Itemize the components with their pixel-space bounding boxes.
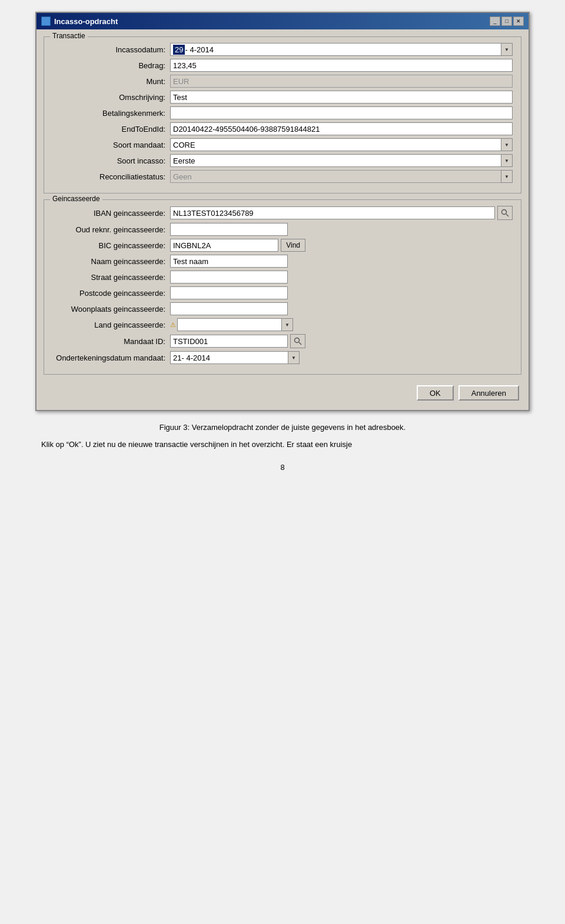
naam-row: Naam geincasseerde: [52,255,513,268]
mandaat-search-button[interactable] [290,334,305,348]
land-input[interactable] [177,318,281,331]
reconciliatiestatus-label: Reconciliatiestatus: [52,172,170,181]
incassodatum-dropdown-btn[interactable]: ▼ [501,43,513,56]
bedrag-input[interactable] [170,59,513,72]
iban-label: IBAN geincasseerde: [52,209,170,218]
geincasseerde-section: Geincasseerde IBAN geincasseerde: Oud re [44,199,521,375]
chevron-down-icon: ▼ [504,142,509,148]
action-buttons: OK Annuleren [44,381,521,403]
ondertekeningsdatum-field: 21- 4-2014 ▼ [170,351,300,364]
munt-label: Munt: [52,77,170,86]
omschrijving-input[interactable] [170,91,513,104]
window-body: Transactie Incassodatum: 29- 4-2014 ▼ Be… [36,29,529,410]
postcode-row: Postcode geincasseerde: [52,286,513,299]
incassodatum-rest: - 4-2014 [185,45,213,54]
svg-line-1 [506,214,508,216]
ondertekeningsdatum-day: 21 [173,353,181,362]
chevron-down-icon: ▼ [291,355,296,361]
soort-mandaat-field: ▼ [170,138,513,151]
svg-line-3 [299,342,301,345]
vind-button[interactable]: Vind [281,239,305,252]
ondertekeningsdatum-input[interactable]: 21- 4-2014 [170,351,288,364]
betalingskenmerk-row: Betalingskenmerk: [52,106,513,119]
endtoendid-label: EndToEndId: [52,125,170,134]
soort-incasso-field: ▼ [170,154,513,167]
bic-input[interactable] [170,239,278,252]
maximize-button[interactable]: □ [501,16,512,26]
omschrijving-row: Omschrijving: [52,91,513,104]
incassodatum-day: 29 [173,45,185,55]
betalingskenmerk-input[interactable] [170,106,513,119]
chevron-down-icon: ▼ [285,322,290,328]
incassodatum-input[interactable]: 29- 4-2014 [170,43,501,56]
ok-button[interactable]: OK [417,385,454,401]
reconciliatiestatus-row: Reconciliatiestatus: ▼ [52,170,513,183]
minimize-button[interactable]: _ [490,16,500,26]
oud-reknr-input[interactable] [170,223,288,236]
soort-incasso-input[interactable] [170,154,501,167]
mandaat-id-input[interactable] [170,335,288,348]
figure-caption: Figuur 3: Verzamelopdracht zonder de jui… [41,423,524,432]
woonplaats-input[interactable] [170,302,288,315]
ondertekeningsdatum-row: Ondertekeningsdatum mandaat: 21- 4-2014 … [52,351,513,364]
soort-mandaat-dropdown-btn[interactable]: ▼ [501,138,513,151]
woonplaats-label: Woonplaats geincasseerde: [52,305,170,313]
soort-incasso-dropdown-btn[interactable]: ▼ [501,154,513,167]
main-window: Incasso-opdracht _ □ ✕ Transactie Incass… [35,12,530,411]
mandaat-id-row: Mandaat ID: [52,334,513,348]
mandaat-id-field [170,334,305,348]
reconciliatiestatus-input [170,170,501,183]
caption-area: Figuur 3: Verzamelopdracht zonder de jui… [35,423,530,451]
chevron-down-icon: ▼ [504,47,509,52]
incassodatum-label: Incassodatum: [52,45,170,54]
search-icon [294,337,302,345]
reconciliatiestatus-field: ▼ [170,170,513,183]
land-dropdown-btn[interactable]: ▼ [281,318,293,331]
mandaat-id-label: Mandaat ID: [52,337,170,346]
endtoendid-input[interactable] [170,122,513,135]
munt-row: Munt: [52,75,513,88]
soort-mandaat-row: Soort mandaat: ▼ [52,138,513,151]
close-button[interactable]: ✕ [513,16,524,26]
bedrag-row: Bedrag: [52,59,513,72]
postcode-label: Postcode geincasseerde: [52,289,170,298]
soort-mandaat-input[interactable] [170,138,501,151]
transactie-section: Transactie Incassodatum: 29- 4-2014 ▼ Be… [44,36,521,194]
warning-icon: ⚠ [170,321,176,329]
window-title: Incasso-opdracht [54,17,118,26]
land-label: Land geincasseerde: [52,321,170,329]
window-controls: _ □ ✕ [490,16,524,26]
reconciliatiestatus-dropdown-btn[interactable]: ▼ [501,170,513,183]
iban-input[interactable] [170,206,495,219]
naam-input[interactable] [170,255,288,268]
postcode-input[interactable] [170,286,288,299]
ondertekeningsdatum-dropdown-btn[interactable]: ▼ [288,351,300,364]
naam-label: Naam geincasseerde: [52,257,170,266]
ondertekeningsdatum-label: Ondertekeningsdatum mandaat: [52,353,170,362]
transactie-legend: Transactie [50,32,88,40]
geincasseerde-legend: Geincasseerde [50,195,102,203]
oud-reknr-row: Oud reknr. geincasseerde: [52,223,513,236]
bic-row: BIC geincasseerde: Vind [52,239,513,252]
incassodatum-row: Incassodatum: 29- 4-2014 ▼ [52,43,513,56]
oud-reknr-label: Oud reknr. geincasseerde: [52,225,170,234]
chevron-down-icon: ▼ [504,174,509,179]
bedrag-label: Bedrag: [52,61,170,70]
iban-field [170,206,513,220]
iban-row: IBAN geincasseerde: [52,206,513,220]
land-row: Land geincasseerde: ⚠ ▼ [52,318,513,331]
annuleren-button[interactable]: Annuleren [458,385,519,401]
soort-incasso-label: Soort incasso: [52,156,170,165]
soort-incasso-row: Soort incasso: ▼ [52,154,513,167]
ondertekeningsdatum-rest: - 4-2014 [181,353,210,362]
endtoendid-row: EndToEndId: [52,122,513,135]
iban-search-button[interactable] [497,206,513,220]
titlebar: Incasso-opdracht _ □ ✕ [36,13,529,29]
land-dropdown: ▼ [177,318,293,331]
land-field: ⚠ ▼ [170,318,293,331]
straat-input[interactable] [170,271,288,283]
straat-row: Straat geincasseerde: [52,271,513,283]
titlebar-left: Incasso-opdracht [41,16,118,26]
chevron-down-icon: ▼ [504,158,509,164]
woonplaats-row: Woonplaats geincasseerde: [52,302,513,315]
